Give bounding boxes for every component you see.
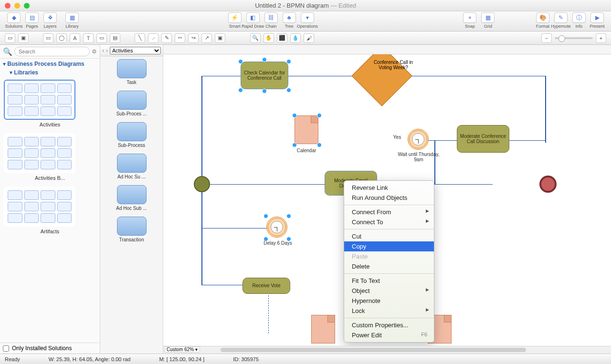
- zoom-slider[interactable]: [555, 37, 593, 39]
- menu-fit-to-text[interactable]: Fit To Text: [344, 276, 434, 286]
- task-receive-vote[interactable]: Receive Vote: [242, 278, 290, 294]
- arc-tool[interactable]: ⟋: [148, 33, 158, 43]
- layers-button[interactable]: ❖Layers: [42, 12, 58, 29]
- gallery-artifacts[interactable]: Artifacts: [4, 187, 96, 234]
- menu-delete[interactable]: Delete: [344, 261, 434, 271]
- stencil-task[interactable]: Task: [100, 56, 163, 88]
- format-button[interactable]: 🎨Format: [535, 12, 551, 29]
- menu-cut[interactable]: Cut: [344, 231, 434, 241]
- stencil-subproces[interactable]: Sub-Proces ...: [100, 88, 163, 119]
- ruler: [163, 45, 611, 54]
- left-panel: 🔍 ⚙ ▾ Business Process Diagrams ▾ Librar…: [0, 45, 100, 354]
- grid-button[interactable]: ▦Grid: [480, 12, 496, 29]
- gallery-activitiesb[interactable]: Activities B...: [4, 133, 96, 181]
- status-id: ID: 305975: [233, 356, 259, 362]
- rapid-draw-button[interactable]: ◧Rapid Draw: [245, 12, 261, 29]
- solutions-button[interactable]: ◆Solutions: [6, 12, 22, 29]
- rect-tool[interactable]: ▭: [43, 33, 53, 43]
- horizontal-scrollbar[interactable]: Custom 62% ▾: [163, 346, 611, 354]
- menu-power-edit[interactable]: Power EditF6: [344, 330, 434, 340]
- start-event[interactable]: [194, 176, 210, 192]
- zoom-out[interactable]: −: [541, 33, 552, 43]
- stencil-subprocess[interactable]: Sub-Process: [100, 119, 163, 151]
- tree-icon: ♣: [283, 12, 296, 23]
- only-installed-row[interactable]: Only Installed Solutions: [0, 343, 100, 354]
- data-object-vote[interactable]: [311, 315, 335, 343]
- gateway-voting-week[interactable]: Conference Call in Voting Week?: [351, 54, 412, 106]
- status-dimensions: W: 25.39, H: 64.05, Angle: 0.00 rad: [49, 356, 131, 362]
- data-object-calendar[interactable]: [295, 115, 318, 144]
- menu-hypernote[interactable]: Hypernote: [344, 296, 434, 306]
- tree-libraries[interactable]: Libraries: [14, 69, 38, 76]
- timer-delay-6-days[interactable]: [266, 217, 287, 238]
- status-bar: Ready W: 25.39, H: 64.05, Angle: 0.00 ra…: [0, 354, 611, 364]
- textbox-tool[interactable]: T: [83, 33, 94, 43]
- pages-button[interactable]: ▤Pages: [24, 12, 40, 29]
- format-icon: 🎨: [536, 12, 549, 23]
- solutions-icon: ◆: [7, 12, 21, 23]
- stencil-adhocsu[interactable]: Ad Hoc Su ...: [100, 151, 163, 182]
- search-input[interactable]: [14, 47, 90, 56]
- context-menu[interactable]: Reverse LinkRun Around ObjectsConnect Fr…: [344, 180, 434, 343]
- timer-wait-until[interactable]: [408, 129, 429, 150]
- menu-copy[interactable]: Copy: [344, 241, 434, 251]
- library-icon: ▦: [65, 12, 79, 23]
- ellipse-tool[interactable]: ◯: [56, 33, 67, 43]
- eyedrop-tool[interactable]: 💧: [290, 33, 301, 43]
- stamp-tool[interactable]: ⬛: [277, 33, 287, 43]
- zoom-dropdown[interactable]: Custom 62% ▾: [164, 346, 200, 353]
- diagram-canvas[interactable]: Check Calendar for Conference Call Confe…: [163, 54, 611, 346]
- zoom-tool[interactable]: 🔍: [250, 33, 261, 43]
- image-tool[interactable]: ▣: [215, 33, 225, 43]
- nav-back-icon[interactable]: ‹: [102, 47, 104, 54]
- hypernote-button[interactable]: ✎Hypernote: [553, 12, 569, 29]
- rapid-draw-icon: ◧: [246, 12, 260, 23]
- menu-custom-properties---[interactable]: Custom Properties...: [344, 320, 434, 330]
- snap-icon: ⌖: [463, 12, 476, 23]
- connector2-tool[interactable]: ↗: [201, 33, 212, 43]
- tree-root[interactable]: Business Process Diagrams: [7, 61, 84, 67]
- task-moderate-call[interactable]: Moderate Conference Call Discussion: [457, 125, 509, 153]
- window-title: Untitled 2 - BPMN diagram — Edited: [0, 2, 611, 9]
- end-event[interactable]: [539, 176, 557, 193]
- pen-tool[interactable]: ✎: [161, 33, 172, 43]
- gallery-activities[interactable]: Activities: [4, 80, 96, 127]
- menu-lock[interactable]: Lock: [344, 306, 434, 316]
- zoom-in[interactable]: +: [596, 33, 606, 43]
- task-check-calendar[interactable]: Check Calendar for Conference Call: [241, 62, 288, 89]
- tree-button[interactable]: ♣Tree: [281, 12, 297, 29]
- stencil-select[interactable]: Activities: [110, 47, 161, 54]
- select-tool[interactable]: ▭: [5, 33, 15, 43]
- present-button[interactable]: ▶Present: [589, 12, 605, 29]
- info-button[interactable]: ⓘInfo: [571, 12, 587, 29]
- library-tree: ▾ Business Process Diagrams ▾ Libraries: [0, 59, 100, 78]
- marquee-tool[interactable]: ▣: [18, 33, 29, 43]
- menu-connect-from[interactable]: Connect From: [344, 207, 434, 217]
- chain-button[interactable]: ⛓Chain: [263, 12, 279, 29]
- stencil-adhocsub[interactable]: Ad Hoc Sub ...: [100, 182, 163, 214]
- smart-button[interactable]: ⚡Smart: [227, 12, 243, 29]
- menu-object[interactable]: Object: [344, 286, 434, 296]
- line-tool[interactable]: ╲: [135, 33, 145, 43]
- menu-connect-to[interactable]: Connect To: [344, 217, 434, 227]
- hand-tool[interactable]: ✋: [263, 33, 274, 43]
- snap-button[interactable]: ⌖Snap: [462, 12, 478, 29]
- only-installed-label: Only Installed Solutions: [12, 345, 72, 352]
- operations-button[interactable]: ▾Operations: [299, 12, 316, 29]
- operations-icon: ▾: [301, 12, 314, 23]
- pencil-tool[interactable]: ✏: [175, 33, 185, 43]
- menu-run-around-objects[interactable]: Run Around Objects: [344, 193, 434, 203]
- only-installed-checkbox[interactable]: [3, 345, 9, 352]
- pages-icon: ▤: [25, 12, 39, 23]
- format-painter-tool[interactable]: 🖌: [304, 33, 314, 43]
- main-area: 🔍 ⚙ ▾ Business Process Diagrams ▾ Librar…: [0, 45, 611, 354]
- connector-tool[interactable]: ↪: [188, 33, 199, 43]
- settings-icon[interactable]: ⚙: [92, 48, 97, 55]
- menu-reverse-link[interactable]: Reverse Link: [344, 183, 434, 193]
- nav-fwd-icon[interactable]: ›: [106, 47, 108, 54]
- library-button[interactable]: ▦ Library: [64, 12, 80, 29]
- stencil-transaction[interactable]: Transaction: [100, 214, 163, 245]
- note-tool[interactable]: ▤: [110, 33, 120, 43]
- callout-tool[interactable]: ▭: [96, 33, 107, 43]
- text-tool[interactable]: A: [70, 33, 80, 43]
